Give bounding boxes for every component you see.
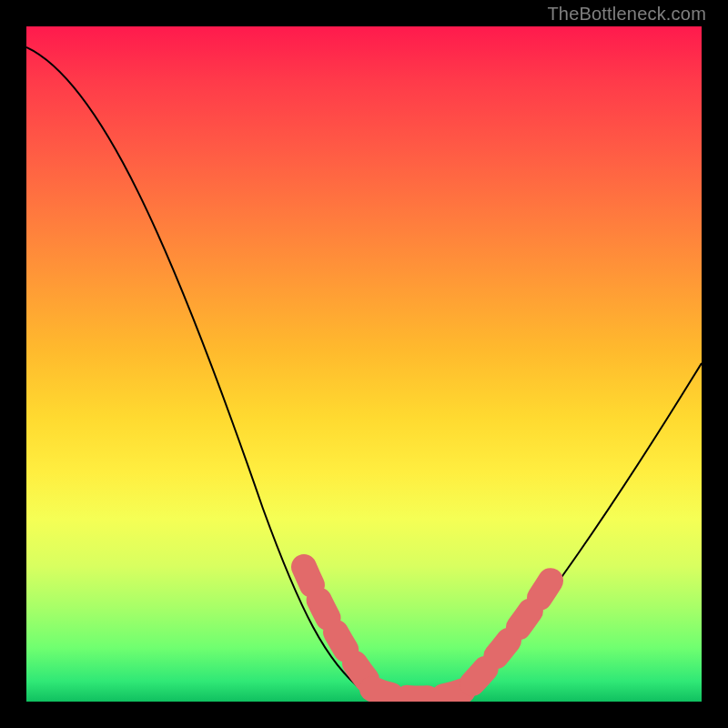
bottleneck-curve [26,47,702,700]
frame: TheBottleneck.com [0,0,728,728]
highlight-right [472,578,552,683]
highlight-floor [372,689,468,699]
watermark-text: TheBottleneck.com [547,4,706,25]
highlight-left [304,567,372,686]
plot-area [26,26,702,702]
curve-layer [26,26,702,702]
